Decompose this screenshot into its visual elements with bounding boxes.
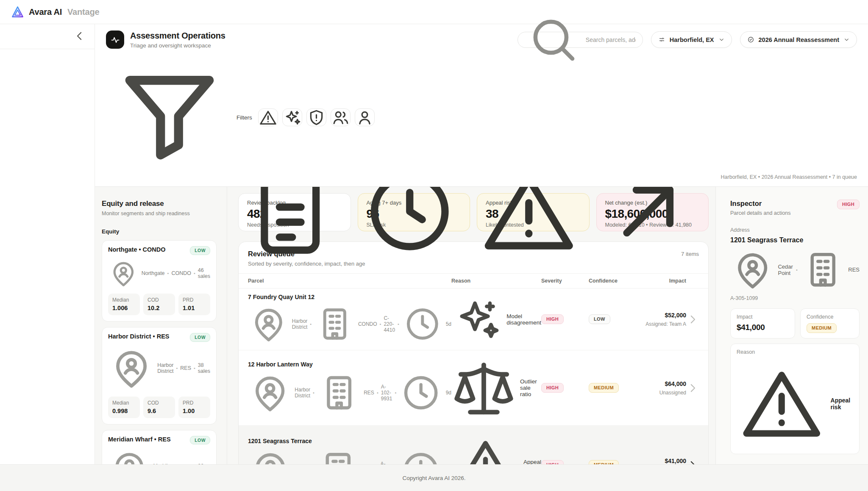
- stat-card-appeal-risk: Appeal risk 38 Likely contested: [477, 193, 590, 231]
- impact-value: $52,000: [631, 312, 686, 319]
- parcel-meta: Cedar Point RES A-305-1099 6d: [248, 447, 451, 464]
- segment-stat-cod: COD9.6: [143, 397, 175, 418]
- confidence-badge: MEDIUM: [589, 383, 619, 393]
- segment-name: Harbor District • RES: [108, 333, 169, 340]
- segment-risk-badge: LOW: [190, 436, 210, 445]
- confidence-card: Confidence MEDIUM: [800, 308, 860, 338]
- sparkles-icon: [283, 108, 302, 127]
- brand-logo-icon: [11, 6, 24, 19]
- filter-risk-button[interactable]: [306, 108, 326, 126]
- workspace-icon: [106, 31, 124, 49]
- impact-value: $41,000: [737, 323, 789, 332]
- page-subtitle: Triage and oversight workspace: [130, 42, 225, 49]
- reason-card: Reason Appeal risk: [730, 344, 860, 454]
- filters-label: Filters: [106, 54, 252, 181]
- parcel-meta: Harbor District CONDO C-220-4410 5d: [248, 303, 451, 345]
- sparkles-icon: [451, 294, 503, 345]
- stat-card-net-change: Net change (est.) $18,600,000 Modeled: 6…: [596, 193, 709, 231]
- triangle-alert-icon: [451, 431, 520, 464]
- app-root: Avara AI Vantage: [0, 0, 868, 491]
- filter-alerts-button[interactable]: [258, 108, 278, 126]
- inspector-subtitle: Parcel details and actions: [730, 210, 790, 216]
- activity-icon: [110, 35, 120, 45]
- left-rail: [0, 24, 95, 464]
- collapse-sidebar-button[interactable]: [73, 30, 86, 43]
- map-pin-icon: [248, 371, 292, 415]
- shield-alert-icon: [307, 108, 326, 127]
- search-box[interactable]: [517, 32, 643, 48]
- filter-teams-button[interactable]: [331, 108, 351, 126]
- inspector-panel: Inspector Parcel details and actions HIG…: [715, 187, 868, 464]
- page-title: Assessment Operations: [130, 31, 225, 41]
- address-value: 1201 Seagrass Terrace: [730, 236, 860, 244]
- sliders-icon: [658, 36, 665, 43]
- cycle-dropdown[interactable]: 2026 Annual Reassessment: [740, 31, 857, 48]
- chevron-down-icon: [718, 36, 725, 43]
- stat-card-review-backlog: Review backlog 482 Needs disposition: [238, 193, 351, 231]
- inspector-severity-badge: HIGH: [837, 200, 860, 209]
- severity-badge: HIGH: [541, 460, 564, 464]
- map-pin-icon: [108, 258, 139, 289]
- building-icon: [801, 247, 845, 292]
- map-pin-icon: [730, 247, 775, 292]
- parcel-name: 7 Foundry Quay Unit 12: [248, 294, 451, 300]
- search-input[interactable]: [586, 36, 636, 43]
- segment-meta: Meridian Wharf RES 22 sales: [108, 447, 210, 464]
- reason-cell: Model disagreement: [451, 294, 541, 345]
- segment-meta: Harbor District RES 38 sales: [108, 345, 210, 391]
- arrow-up-right-icon: [597, 187, 700, 265]
- parcel-meta: Harbor District RES A-102-9931 9d: [248, 371, 451, 415]
- clock-icon: [398, 447, 443, 464]
- jurisdiction-value: Harborfield, EX: [670, 36, 714, 43]
- segment-card[interactable]: Meridian Wharf • RES LOW Meridian Wharf …: [102, 430, 217, 464]
- triangle-alert-icon: [259, 108, 278, 127]
- brand: Avara AI Vantage: [11, 6, 99, 19]
- severity-badge: HIGH: [541, 314, 564, 324]
- table-row-selected[interactable]: 1201 Seagrass Terrace Cedar Point RES A-…: [239, 426, 708, 464]
- parcel-name: 1201 Seagrass Terrace: [248, 438, 451, 444]
- left-rail-header: [0, 24, 95, 49]
- jurisdiction-dropdown[interactable]: Harborfield, EX: [651, 31, 732, 48]
- copyright-text: Copyright Avara AI 2026.: [402, 475, 465, 481]
- filter-model-button[interactable]: [282, 108, 302, 126]
- segment-name: Northgate • CONDO: [108, 246, 166, 253]
- impact-card: Impact $41,000: [730, 308, 795, 338]
- center-panel: Review backlog 482 Needs disposition Agi…: [227, 187, 715, 464]
- equity-subtitle: Monitor segments and ship readiness: [102, 211, 217, 216]
- map-pin-icon: [248, 447, 293, 464]
- chevron-right-icon: [686, 459, 699, 464]
- clock-icon: [399, 371, 443, 415]
- confidence-badge: MEDIUM: [589, 460, 619, 464]
- segment-card[interactable]: Northgate • CONDO LOW Northgate CONDO 46…: [102, 240, 217, 322]
- queue-column-headers: Parcel Reason Severity Confidence Impact: [239, 274, 708, 288]
- segment-stat-prd: PRD1.01: [178, 294, 210, 315]
- confidence-badge: MEDIUM: [807, 323, 837, 333]
- building-icon: [314, 303, 356, 345]
- segment-card[interactable]: Harbor District • RES LOW Harbor Distric…: [102, 327, 217, 424]
- clock-icon: [402, 303, 443, 345]
- filter-assignee-button[interactable]: [355, 108, 375, 126]
- workspace-header: Assessment Operations Triage and oversig…: [95, 24, 868, 187]
- confidence-badge: LOW: [589, 314, 610, 324]
- brand-name: Avara AI: [29, 7, 62, 17]
- context-breadcrumb: Harborfield, EX • 2026 Annual Reassessme…: [721, 174, 857, 181]
- search-icon: [525, 11, 582, 68]
- review-queue-card: Review queue Sorted by severity, confide…: [238, 241, 709, 464]
- building-icon: [316, 447, 361, 464]
- chevron-left-icon: [73, 30, 86, 44]
- building-icon: [317, 371, 361, 415]
- address-label: Address: [730, 227, 860, 233]
- map-pin-icon: [108, 345, 155, 391]
- reason-cell: Appeal risk: [451, 431, 541, 464]
- equity-title: Equity and release: [102, 200, 217, 208]
- table-row[interactable]: 12 Harbor Lantern Way Harbor District RE…: [239, 350, 708, 426]
- triangle-alert-icon: [477, 187, 581, 265]
- segment-stat-median: Median1.006: [108, 294, 140, 315]
- segment-stat-cod: COD10.2: [143, 294, 175, 315]
- chevron-down-icon: [843, 36, 850, 43]
- equity-panel: Equity and release Monitor segments and …: [95, 187, 227, 464]
- severity-badge: HIGH: [541, 383, 564, 393]
- table-row[interactable]: 7 Foundry Quay Unit 12 Harbor District C…: [239, 288, 708, 350]
- map-pin-icon: [248, 303, 289, 345]
- footer: Copyright Avara AI 2026.: [0, 464, 868, 491]
